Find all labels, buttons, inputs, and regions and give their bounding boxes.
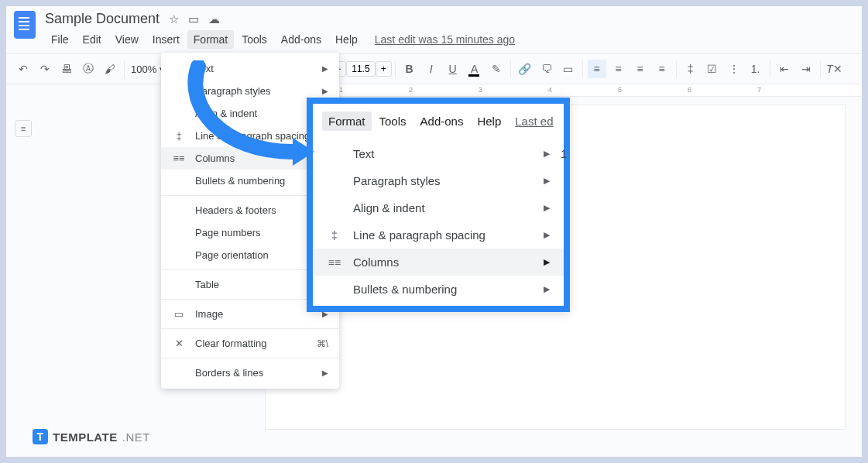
menu-item-label: Text <box>195 63 313 74</box>
watermark: T TEMPLATE.NET <box>33 429 150 444</box>
menu-item-label: Bullets & numbering <box>195 175 313 187</box>
menu-item-label: Text <box>353 147 533 160</box>
docs-icon[interactable] <box>14 11 36 39</box>
menu-item-label: Image <box>195 308 313 320</box>
callout-menu-item-columns[interactable]: ≡≡Columns▶ <box>313 249 564 276</box>
callout-last-edit[interactable]: Last ed <box>515 115 553 128</box>
clear-formatting-button[interactable]: T✕ <box>825 60 844 78</box>
menu-item-label: Columns <box>353 256 533 269</box>
increase-indent-button[interactable]: ⇥ <box>797 60 815 78</box>
menu-help[interactable]: Help <box>329 30 364 49</box>
zoom-callout: Format Tools Add-ons Help Last ed Text▶1… <box>307 98 570 312</box>
callout-menu-item-line-paragraph-spacing[interactable]: ‡Line & paragraph spacing▶ <box>313 221 564 249</box>
decrease-indent-button[interactable]: ⇤ <box>775 60 794 78</box>
font-size-input[interactable]: 11.5 <box>346 61 375 77</box>
callout-menu-item-bullets-numbering[interactable]: Bullets & numbering▶ <box>313 276 564 303</box>
align-center-button[interactable]: ≡ <box>609 60 628 78</box>
submenu-arrow-icon: ▶ <box>322 369 328 377</box>
menu-item-label: Borders & lines <box>195 367 313 379</box>
submenu-arrow-icon: ▶ <box>544 203 550 213</box>
font-size-plus[interactable]: + <box>376 61 392 77</box>
submenu-arrow-icon: ▶ <box>322 64 328 73</box>
menu-item-label: Line & paragraph spacing <box>353 228 533 242</box>
align-left-button[interactable]: ≡ <box>588 60 606 78</box>
italic-button[interactable]: I <box>422 60 441 78</box>
outline-toggle-button[interactable]: ≡ <box>15 120 32 137</box>
print-button[interactable]: 🖶 <box>57 60 76 78</box>
submenu-arrow-icon: ▶ <box>544 284 550 294</box>
callout-menu-item-paragraph-styles[interactable]: Paragraph styles▶ <box>313 167 564 194</box>
menu-item-label: Line & paragraph spacing <box>195 130 313 142</box>
menu-item-icon: ‡ <box>172 130 186 142</box>
menu-item-label: Clear formatting <box>195 338 307 349</box>
undo-button[interactable]: ↶ <box>14 60 33 78</box>
watermark-suffix: .NET <box>122 430 150 444</box>
menu-insert[interactable]: Insert <box>146 30 186 49</box>
cloud-status-icon[interactable]: ☁ <box>208 12 220 26</box>
text-color-button[interactable]: A <box>465 60 484 78</box>
paint-format-button[interactable]: 🖌 <box>101 60 119 78</box>
ruler[interactable]: 1 2 3 4 5 6 7 <box>262 84 862 97</box>
callout-menu-format[interactable]: Format <box>322 111 372 131</box>
document-title[interactable]: Sample Document <box>45 11 160 27</box>
menu-tools[interactable]: Tools <box>235 30 273 49</box>
menu-item-icon: ≡≡ <box>327 256 342 269</box>
watermark-brand: TEMPLATE <box>53 430 118 444</box>
callout-menu-item-text[interactable]: Text▶1 <box>313 140 564 167</box>
toolbar: ↶ ↷ 🖶 Ⓐ 🖌 100% ▾ − 11.5 + B I U A ✎ 🔗 🗨 … <box>6 53 862 84</box>
callout-menu-item-align-indent[interactable]: Align & indent▶ <box>313 194 564 221</box>
submenu-arrow-icon: ▶ <box>544 257 550 267</box>
bulleted-list-button[interactable]: ⋮ <box>725 60 743 78</box>
highlight-button[interactable]: ✎ <box>487 60 506 78</box>
menu-item-label: Paragraph styles <box>195 85 313 97</box>
menu-item-label: Align & indent <box>353 201 533 214</box>
menu-view[interactable]: View <box>109 30 145 49</box>
numbered-list-button[interactable]: 1. <box>746 60 765 78</box>
star-icon[interactable]: ☆ <box>169 12 179 26</box>
move-icon[interactable]: ▭ <box>188 12 199 26</box>
align-right-button[interactable]: ≡ <box>631 60 650 78</box>
checklist-button[interactable]: ☑ <box>703 60 722 78</box>
redo-button[interactable]: ↷ <box>36 60 54 78</box>
format-menu-item-clear-formatting[interactable]: ✕Clear formatting⌘\ <box>161 332 339 355</box>
menu-edit[interactable]: Edit <box>77 30 108 49</box>
menu-file[interactable]: File <box>45 30 75 49</box>
menu-addons[interactable]: Add-ons <box>275 30 328 49</box>
submenu-arrow-icon: ▶ <box>322 87 328 95</box>
submenu-arrow-icon: ▶ <box>544 230 550 240</box>
align-justify-button[interactable]: ≡ <box>653 60 671 78</box>
menu-item-label: Bullets & numbering <box>353 283 533 296</box>
menu-item-label: Columns <box>195 153 313 164</box>
menu-item-icon: ▭ <box>172 308 186 320</box>
template-logo-icon: T <box>33 429 48 444</box>
format-menu-item-borders-lines[interactable]: Borders & lines▶ <box>161 362 339 384</box>
line-spacing-button[interactable]: ‡ <box>681 60 700 78</box>
callout-menu-help[interactable]: Help <box>471 111 507 131</box>
underline-button[interactable]: U <box>444 60 462 78</box>
insert-image-button[interactable]: ▭ <box>559 60 578 78</box>
menu-item-icon: ≡≡ <box>172 153 186 164</box>
callout-menu-tools[interactable]: Tools <box>373 111 413 131</box>
menu-shortcut: ⌘\ <box>317 338 328 349</box>
last-edit-link[interactable]: Last edit was 15 minutes ago <box>375 33 515 46</box>
menu-item-label: Paragraph styles <box>353 174 533 187</box>
callout-menu-addons[interactable]: Add-ons <box>414 111 470 131</box>
spellcheck-button[interactable]: Ⓐ <box>79 60 98 78</box>
submenu-arrow-icon: ▶ <box>544 176 550 186</box>
submenu-arrow-icon: ▶ <box>544 149 550 159</box>
insert-link-button[interactable]: 🔗 <box>516 60 534 78</box>
menu-item-icon: ✕ <box>172 338 186 349</box>
menu-item-icon: ‡ <box>327 229 342 242</box>
menu-format[interactable]: Format <box>187 30 234 49</box>
bold-button[interactable]: B <box>400 60 419 78</box>
menu-item-label: Align & indent <box>195 108 313 119</box>
format-menu-item-text[interactable]: Text▶ <box>161 57 339 80</box>
menu-item-label: Table <box>195 279 313 290</box>
add-comment-button[interactable]: 🗨 <box>537 60 556 78</box>
